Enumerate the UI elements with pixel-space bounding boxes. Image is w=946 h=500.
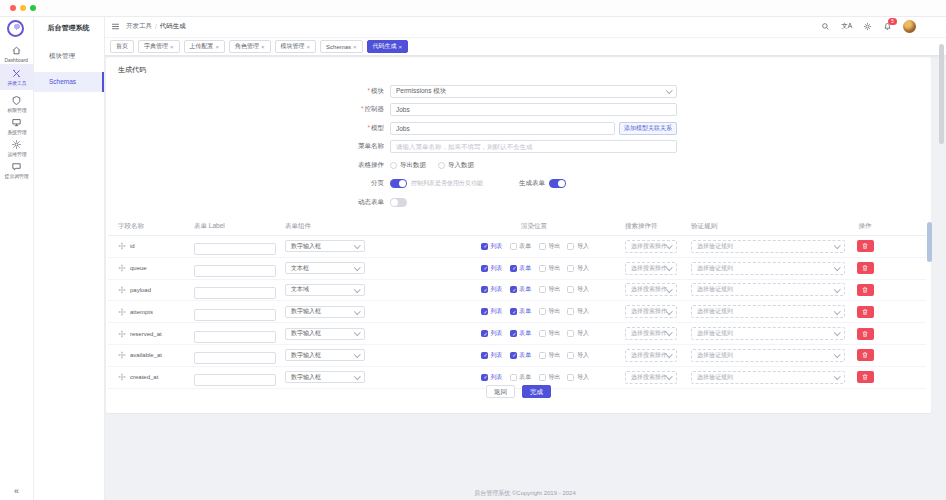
component-select[interactable]: 文本域 xyxy=(285,284,365,296)
tab-dict[interactable]: 字典管理× xyxy=(138,40,180,53)
tab-home[interactable]: 首页 xyxy=(110,40,134,53)
search-operator-select[interactable]: 选择搜索操作符 xyxy=(625,283,677,296)
validation-rules-select[interactable]: 选择验证规则 xyxy=(691,305,845,318)
page-scrollbar[interactable] xyxy=(939,44,944,144)
form-label-input[interactable] xyxy=(194,331,276,343)
close-icon[interactable]: × xyxy=(261,44,265,50)
model-input[interactable] xyxy=(390,122,615,135)
checkbox-import[interactable]: 导入 xyxy=(567,242,589,251)
component-select[interactable]: 数字输入框 xyxy=(285,240,365,252)
form-label-input[interactable] xyxy=(194,243,276,255)
export-data-checkbox[interactable] xyxy=(390,162,397,169)
search-operator-select[interactable]: 选择搜索操作符 xyxy=(625,240,677,253)
validation-rules-select[interactable]: 选择验证规则 xyxy=(691,371,845,384)
bell-icon[interactable]: 5 xyxy=(883,22,892,31)
drag-handle-icon[interactable] xyxy=(118,242,126,250)
module-select[interactable]: Permissions 模块 xyxy=(390,85,677,98)
checkbox-list[interactable]: 列表 xyxy=(481,351,503,360)
validation-rules-select[interactable]: 选择验证规则 xyxy=(691,327,845,340)
delete-field-button[interactable] xyxy=(857,262,874,274)
checkbox-list[interactable]: 列表 xyxy=(481,307,503,316)
close-icon[interactable]: × xyxy=(216,44,220,50)
tab-upload-config[interactable]: 上传配置× xyxy=(184,40,226,53)
controller-input[interactable] xyxy=(390,103,677,116)
checkbox-form[interactable]: 表单 xyxy=(510,285,532,294)
back-button[interactable]: 返回 xyxy=(486,385,515,398)
checkbox-export[interactable]: 导出 xyxy=(539,351,561,360)
checkbox-export[interactable]: 导出 xyxy=(539,285,561,294)
close-icon[interactable]: × xyxy=(399,44,403,50)
submenu-item-modules[interactable]: 模块管理 xyxy=(33,46,104,66)
close-icon[interactable]: × xyxy=(307,44,311,50)
checkbox-import[interactable]: 导入 xyxy=(567,351,589,360)
drag-handle-icon[interactable] xyxy=(118,264,126,272)
minimize-window-button[interactable] xyxy=(20,5,26,11)
delete-field-button[interactable] xyxy=(857,349,874,361)
checkbox-list[interactable]: 列表 xyxy=(481,329,503,338)
validation-rules-select[interactable]: 选择验证规则 xyxy=(691,262,845,275)
form-label-input[interactable] xyxy=(194,287,276,299)
validation-rules-select[interactable]: 选择验证规则 xyxy=(691,240,845,253)
checkbox-import[interactable]: 导入 xyxy=(567,329,589,338)
checkbox-form[interactable]: 表单 xyxy=(510,329,532,338)
search-operator-select[interactable]: 选择搜索操作符 xyxy=(625,305,677,318)
checkbox-list[interactable]: 列表 xyxy=(481,285,503,294)
tab-modules[interactable]: 模块管理× xyxy=(275,40,317,53)
submenu-item-schemas[interactable]: Schemas xyxy=(33,72,104,92)
delete-field-button[interactable] xyxy=(857,371,874,383)
checkbox-import[interactable]: 导入 xyxy=(567,373,589,382)
delete-field-button[interactable] xyxy=(857,284,874,296)
drag-handle-icon[interactable] xyxy=(118,330,126,338)
component-select[interactable]: 文本框 xyxy=(285,262,365,274)
component-select[interactable]: 数字输入框 xyxy=(285,306,365,318)
sidebar-item-prompts[interactable]: 提示词管理 xyxy=(0,158,33,181)
add-model-relation-button[interactable]: 添加模型关联关系 xyxy=(619,122,677,135)
sidebar-item-dev-tools[interactable]: 开发工具 xyxy=(0,64,33,90)
checkbox-list[interactable]: 列表 xyxy=(481,264,503,273)
checkbox-form[interactable]: 表单 xyxy=(510,264,532,273)
component-select[interactable]: 数字输入框 xyxy=(285,328,365,340)
tab-code-gen[interactable]: 代码生成× xyxy=(367,40,409,53)
app-logo[interactable] xyxy=(7,20,24,37)
delete-field-button[interactable] xyxy=(857,306,874,318)
checkbox-export[interactable]: 导出 xyxy=(539,329,561,338)
component-select[interactable]: 数字输入框 xyxy=(285,349,365,361)
checkbox-form[interactable]: 表单 xyxy=(510,373,532,382)
avatar[interactable] xyxy=(903,20,916,33)
export-data-option[interactable]: 导出数据 xyxy=(390,161,426,170)
dynamic-form-toggle[interactable] xyxy=(390,198,407,207)
checkbox-list[interactable]: 列表 xyxy=(481,373,503,382)
close-icon[interactable]: × xyxy=(353,44,357,50)
search-operator-select[interactable]: 选择搜索操作符 xyxy=(625,262,677,275)
translate-icon[interactable]: 文A xyxy=(841,22,852,31)
checkbox-form[interactable]: 表单 xyxy=(510,351,532,360)
drag-handle-icon[interactable] xyxy=(118,373,126,381)
form-label-input[interactable] xyxy=(194,352,276,364)
sidebar-item-system[interactable]: 系统管理 xyxy=(0,114,33,137)
checkbox-import[interactable]: 导入 xyxy=(567,285,589,294)
delete-field-button[interactable] xyxy=(857,240,874,252)
component-select[interactable]: 数字输入框 xyxy=(285,371,365,383)
close-icon[interactable]: × xyxy=(170,44,174,50)
checkbox-export[interactable]: 导出 xyxy=(539,264,561,273)
checkbox-form[interactable]: 表单 xyxy=(510,242,532,251)
menu-list-icon[interactable] xyxy=(111,22,120,31)
search-operator-select[interactable]: 选择搜索操作符 xyxy=(625,349,677,362)
search-operator-select[interactable]: 选择搜索操作符 xyxy=(625,371,677,384)
sidebar-item-dashboard[interactable]: Dashboard xyxy=(0,42,33,65)
done-button[interactable]: 完成 xyxy=(522,385,551,398)
tab-schemas[interactable]: Schemas× xyxy=(320,40,363,53)
sun-theme-icon[interactable] xyxy=(863,22,872,31)
checkbox-export[interactable]: 导出 xyxy=(539,242,561,251)
pagination-toggle[interactable] xyxy=(390,179,407,188)
drag-handle-icon[interactable] xyxy=(118,286,126,294)
validation-rules-select[interactable]: 选择验证规则 xyxy=(691,349,845,362)
checkbox-export[interactable]: 导出 xyxy=(539,307,561,316)
import-data-option[interactable]: 导入数据 xyxy=(438,161,474,170)
sidebar-item-permissions[interactable]: 权限管理 xyxy=(0,92,33,115)
sidebar-item-ops[interactable]: 运维管理 xyxy=(0,136,33,159)
table-scrollbar[interactable] xyxy=(927,222,932,262)
search-operator-select[interactable]: 选择搜索操作符 xyxy=(625,327,677,340)
zoom-window-button[interactable] xyxy=(30,5,36,11)
form-label-input[interactable] xyxy=(194,265,276,277)
